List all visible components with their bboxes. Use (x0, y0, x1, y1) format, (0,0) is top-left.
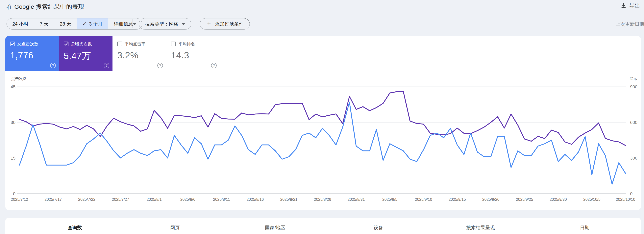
page-title: 在 Google 搜索结果中的表现 (6, 3, 84, 11)
metric-value: 1,776 (10, 50, 59, 61)
range-custom[interactable]: 详细信息 (108, 18, 142, 29)
plus-icon: ＋ (206, 21, 212, 26)
metric-label: 平均排名 (178, 41, 195, 47)
metric-value: 14.3 (171, 50, 220, 61)
range-7d-label: 7 天 (40, 21, 48, 27)
help-icon[interactable]: ? (104, 63, 109, 68)
range-7d[interactable]: 7 天 (34, 18, 54, 29)
cards-bottom-border (5, 71, 220, 71)
dimension-tabs-panel: 查询数 网页 国家/地区 设备 搜索结果呈现 日期 (5, 218, 641, 234)
add-filter-chip[interactable]: ＋ 添加过滤条件 (200, 18, 250, 29)
metric-label: 总曝光次数 (71, 41, 92, 47)
range-24h[interactable]: 24 小时 (7, 18, 34, 29)
download-icon (620, 2, 626, 8)
tab-dates[interactable]: 日期 (580, 225, 590, 231)
help-icon[interactable]: ? (211, 63, 217, 68)
search-type-label: 搜索类型：网络 (145, 21, 178, 27)
export-button[interactable]: 导出 (620, 2, 640, 9)
add-filter-label: 添加过滤条件 (215, 21, 244, 27)
checkbox-unchecked-icon[interactable] (171, 42, 176, 46)
checkbox-checked-icon[interactable] (64, 42, 68, 46)
help-icon[interactable]: ? (50, 63, 56, 68)
range-28d[interactable]: 28 天 (54, 18, 77, 29)
range-24h-label: 24 小时 (12, 21, 28, 27)
checkbox-checked-icon[interactable] (10, 42, 15, 46)
filter-bar: 24 小时 7 天 28 天 ✓ 3 个月 详细信息 搜索类型：网络 ＋ 添加过… (0, 18, 644, 30)
metric-card-total-impressions[interactable]: 总曝光次数 5.47万 ? (59, 36, 112, 71)
tab-devices[interactable]: 设备 (374, 225, 383, 231)
range-28d-label: 28 天 (60, 21, 71, 27)
tab-search-appearance[interactable]: 搜索结果呈现 (466, 225, 495, 231)
range-3mo-selected[interactable]: ✓ 3 个月 (77, 18, 108, 29)
help-icon[interactable]: ? (157, 63, 163, 68)
range-custom-label: 详细信息 (114, 21, 133, 27)
card-divider (220, 36, 220, 71)
metric-value: 5.47万 (64, 50, 112, 62)
search-type-chip[interactable]: 搜索类型：网络 (139, 18, 191, 29)
chevron-down-icon (182, 23, 185, 25)
checkmark-icon: ✓ (82, 21, 87, 27)
filter-divider (132, 19, 133, 28)
metric-card-average-position[interactable]: 平均排名 14.3 ? (166, 36, 220, 71)
metric-cards-row: 总点击次数 1,776 ? 总曝光次数 5.47万 ? 平均点击率 (5, 36, 220, 71)
last-updated-text: 上次更新日期：2小时前 (616, 21, 644, 27)
export-label: 导出 (629, 2, 640, 9)
date-range-segmented-control: 24 小时 7 天 28 天 ✓ 3 个月 详细信息 (6, 18, 142, 29)
tab-queries[interactable]: 查询数 (68, 225, 82, 231)
tab-countries[interactable]: 国家/地区 (265, 225, 286, 231)
range-3mo-label: 3 个月 (89, 21, 102, 27)
metric-label: 总点击次数 (18, 41, 38, 47)
tab-pages[interactable]: 网页 (170, 225, 180, 231)
metric-card-average-ctr[interactable]: 平均点击率 3.2% ? (112, 36, 166, 71)
chevron-down-icon (133, 23, 136, 25)
performance-panel: 总点击次数 1,776 ? 总曝光次数 5.47万 ? 平均点击率 (5, 36, 641, 210)
metric-value: 3.2% (117, 50, 166, 61)
checkbox-unchecked-icon[interactable] (117, 42, 122, 46)
metric-label: 平均点击率 (124, 41, 146, 47)
search-console-performance-page: 在 Google 搜索结果中的表现 导出 24 小时 7 天 28 天 ✓ 3 … (0, 0, 644, 234)
metric-card-total-clicks[interactable]: 总点击次数 1,776 ? (5, 36, 59, 71)
